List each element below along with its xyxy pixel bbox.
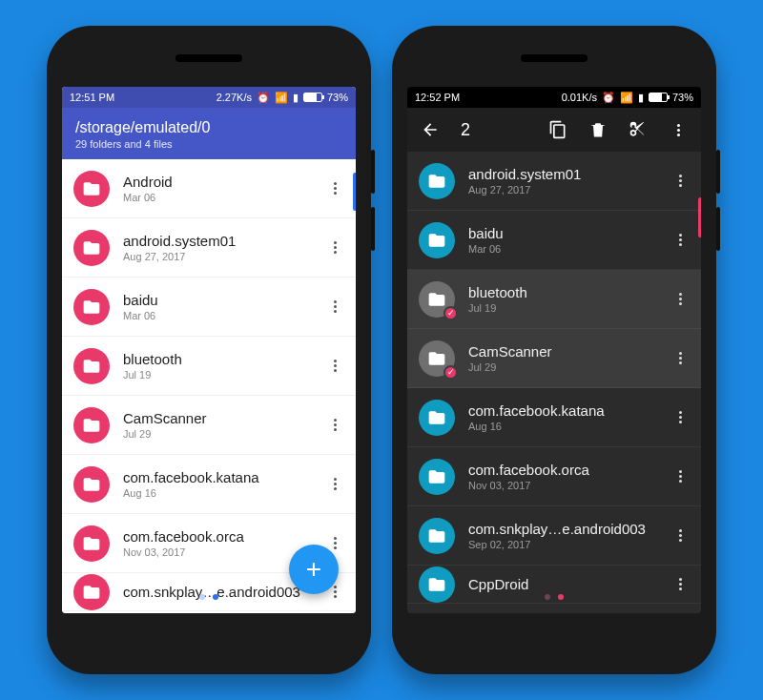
delete-button[interactable] [581, 113, 615, 147]
folder-icon [419, 566, 455, 603]
cut-button[interactable] [621, 113, 655, 147]
list-item[interactable]: CamScannerJul 29 [62, 396, 356, 455]
folder-icon [73, 525, 110, 562]
list-item[interactable]: baiduMar 06 [62, 278, 356, 337]
item-overflow-button[interactable] [667, 458, 693, 496]
item-overflow-button[interactable] [321, 347, 348, 385]
item-date: Aug 27, 2017 [468, 184, 667, 196]
folder-icon [419, 400, 455, 436]
list-item[interactable]: ✓ CamScannerJul 29 [407, 329, 701, 388]
item-name: com.snkplay…e.android003 [468, 521, 667, 537]
back-button[interactable] [413, 113, 447, 147]
item-overflow-button[interactable] [667, 517, 693, 555]
list-item[interactable]: android.system01Aug 27, 2017 [62, 218, 356, 278]
wifi-icon: 📶 [275, 93, 288, 103]
item-name: CamScanner [123, 410, 321, 426]
folder-icon [419, 163, 455, 199]
item-overflow-button[interactable] [321, 170, 348, 208]
item-overflow-button[interactable] [667, 162, 693, 200]
item-date: Jul 19 [123, 369, 321, 381]
battery-icon [649, 93, 668, 102]
phone-dark: 12:52 PM 0.01K/s ⏰ 📶 ▮ 73% 2 [392, 26, 716, 674]
item-overflow-button[interactable] [667, 399, 693, 437]
status-time: 12:51 PM [70, 92, 114, 103]
signal-icon: ▮ [293, 93, 299, 103]
item-date: Jul 29 [468, 361, 667, 373]
list-item[interactable]: AndroidMar 06 [62, 159, 356, 218]
item-name: com.facebook.katana [468, 402, 667, 419]
list-item[interactable]: com.snkplay…e.android003Sep 02, 2017 [407, 506, 701, 566]
item-overflow-button[interactable] [321, 288, 348, 326]
fab-add-button[interactable]: + [289, 545, 339, 594]
item-name: bluetooth [123, 351, 321, 367]
folder-icon [419, 459, 455, 495]
item-date: Aug 16 [468, 421, 667, 432]
item-overflow-button[interactable] [667, 340, 693, 378]
item-overflow-button[interactable] [667, 280, 693, 319]
app-bar: /storage/emulated/0 29 folders and 4 fil… [62, 108, 356, 159]
path-title: /storage/emulated/0 [75, 119, 342, 136]
folder-icon [73, 230, 110, 266]
item-name: bluetooth [468, 284, 667, 300]
selected-badge-icon: ✓ [443, 365, 458, 380]
path-subtitle: 29 folders and 4 files [75, 138, 342, 150]
item-name: baidu [123, 292, 321, 308]
item-name: com.facebook.katana [123, 469, 321, 485]
battery-icon [303, 93, 322, 102]
alarm-icon: ⏰ [602, 93, 615, 103]
folder-icon [419, 222, 455, 258]
item-date: Jul 29 [123, 428, 321, 440]
phone-light: 12:51 PM 2.27K/s ⏰ 📶 ▮ 73% /storage/emul… [47, 26, 371, 674]
item-date: Mar 06 [123, 310, 321, 321]
folder-icon: ✓ [419, 281, 455, 318]
status-battery-pct: 73% [327, 92, 348, 103]
item-date: Mar 06 [468, 243, 667, 255]
list-item[interactable]: com.facebook.katanaAug 16 [62, 455, 356, 514]
item-overflow-button[interactable] [321, 465, 348, 504]
item-name: CppDroid [468, 576, 667, 592]
item-name: com.facebook.orca [468, 462, 667, 478]
wifi-icon: 📶 [620, 93, 633, 103]
list-item[interactable]: android.system01Aug 27, 2017 [407, 152, 701, 211]
list-item[interactable]: com.facebook.katanaAug 16 [407, 388, 701, 447]
folder-icon [73, 171, 110, 207]
item-date: Mar 06 [123, 192, 321, 203]
folder-icon [73, 407, 110, 443]
file-list[interactable]: AndroidMar 06 android.system01Aug 27, 20… [62, 159, 356, 613]
item-name: CamScanner [468, 343, 667, 360]
page-indicator [545, 594, 564, 600]
status-battery-pct: 73% [672, 92, 693, 103]
item-name: com.facebook.orca [123, 528, 321, 545]
overflow-button[interactable] [661, 113, 695, 147]
item-overflow-button[interactable] [321, 406, 348, 444]
file-list[interactable]: android.system01Aug 27, 2017 baiduMar 06… [407, 152, 701, 613]
item-overflow-button[interactable] [321, 229, 348, 267]
folder-icon [73, 574, 110, 610]
page-indicator [199, 594, 218, 600]
item-date: Jul 19 [468, 302, 667, 314]
list-item[interactable]: ✓ bluetoothJul 19 [407, 270, 701, 329]
status-time: 12:52 PM [415, 92, 460, 103]
copy-button[interactable] [541, 113, 575, 147]
item-name: android.system01 [123, 233, 321, 249]
folder-icon [73, 466, 110, 503]
item-name: baidu [468, 225, 667, 241]
status-bar: 12:51 PM 2.27K/s ⏰ 📶 ▮ 73% [62, 87, 356, 108]
item-overflow-button[interactable] [667, 221, 693, 259]
item-name: android.system01 [468, 166, 667, 182]
list-item[interactable]: bluetoothJul 19 [62, 337, 356, 396]
list-item[interactable]: com.facebook.orcaNov 03, 2017 [407, 447, 701, 506]
alarm-icon: ⏰ [257, 93, 270, 103]
status-netspeed: 0.01K/s [562, 92, 597, 103]
item-overflow-button[interactable] [667, 566, 693, 604]
folder-icon [73, 348, 110, 384]
selection-count: 2 [461, 120, 470, 140]
list-item[interactable]: baiduMar 06 [407, 211, 701, 270]
status-bar: 12:52 PM 0.01K/s ⏰ 📶 ▮ 73% [407, 87, 701, 108]
item-date: Nov 03, 2017 [468, 480, 667, 491]
signal-icon: ▮ [638, 93, 644, 103]
folder-icon [73, 289, 110, 325]
selection-app-bar: 2 [407, 108, 701, 152]
item-name: Android [123, 174, 321, 190]
item-date: Aug 27, 2017 [123, 251, 321, 262]
